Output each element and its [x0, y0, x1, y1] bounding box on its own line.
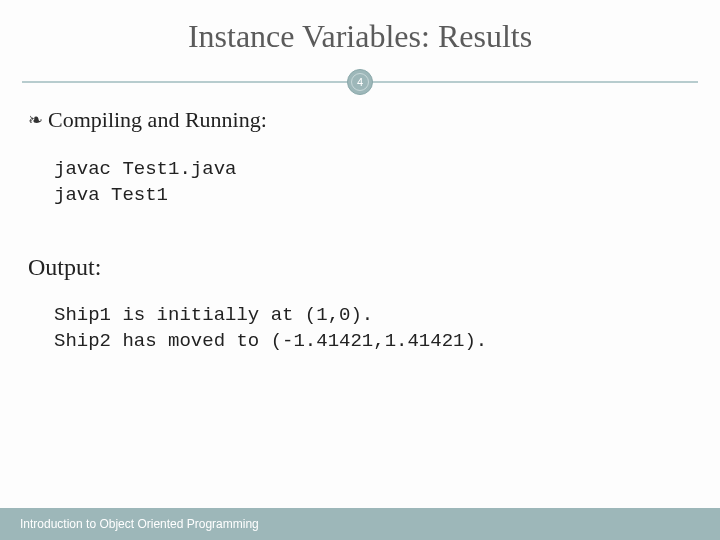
footer-text: Introduction to Object Oriented Programm…	[20, 517, 259, 531]
output-heading: Output:	[28, 254, 692, 281]
bullet-icon: ❧	[28, 111, 46, 129]
content-area: ❧ Compiling and Running: javac Test1.jav…	[0, 107, 720, 355]
slide: Instance Variables: Results 4 ❧ Compilin…	[0, 0, 720, 540]
page-title: Instance Variables: Results	[0, 0, 720, 69]
page-number-badge: 4	[347, 69, 373, 95]
page-number: 4	[351, 73, 369, 91]
footer-bar: Introduction to Object Oriented Programm…	[0, 508, 720, 540]
title-divider: 4	[22, 69, 698, 95]
bullet-row: ❧ Compiling and Running:	[28, 107, 692, 133]
code-block-output: Ship1 is initially at (1,0). Ship2 has m…	[54, 303, 692, 354]
code-block-compile: javac Test1.java java Test1	[54, 157, 692, 208]
bullet-label: Compiling and Running:	[48, 107, 267, 133]
